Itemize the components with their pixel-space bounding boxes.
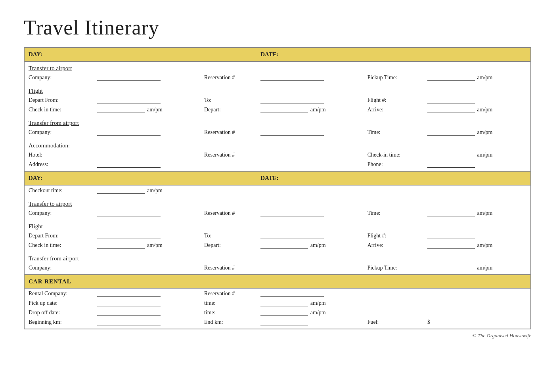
accommodation-row1: Hotel: Reservation # Check-in time: am/p…: [24, 150, 531, 159]
pickup-time-car-field[interactable]: [260, 299, 308, 306]
time-label-1: Time:: [364, 127, 423, 137]
checkout-field[interactable]: [97, 187, 145, 194]
checkin-ampm-1: am/pm: [147, 107, 163, 113]
pickup-time-ampm-2: am/pm: [477, 265, 493, 271]
arrive-field-2[interactable]: [427, 241, 475, 249]
flight-num-field-1[interactable]: [427, 96, 475, 103]
pickup-date-field[interactable]: [97, 299, 161, 306]
day2-header-row: DAY: DATE:: [24, 171, 531, 185]
rental-company-field[interactable]: [97, 290, 161, 297]
reservation-field-4[interactable]: [260, 209, 324, 216]
reservation-field-1-cell: [256, 73, 363, 82]
time-field-2[interactable]: [427, 209, 475, 216]
dropoff-time-car-field[interactable]: [260, 309, 308, 316]
address-field[interactable]: [97, 161, 161, 168]
day2-day-label: DAY:: [29, 175, 42, 181]
address-field-cell: [93, 159, 200, 169]
accommodation-title-row: Accommodation:: [24, 139, 531, 150]
depart-from-field-1-cell: [93, 95, 200, 105]
depart-field-2[interactable]: [260, 241, 308, 249]
time-field-1[interactable]: [427, 128, 475, 136]
checkin-time-field-1[interactable]: [97, 106, 145, 113]
hotel-label: Hotel:: [24, 150, 93, 159]
reservation-field-3-cell: [256, 150, 363, 159]
company-label-2: Company:: [24, 127, 93, 137]
reservation-field-5-cell: [256, 263, 363, 272]
day2-date-cell: DATE:: [256, 171, 531, 185]
company-field[interactable]: [97, 74, 161, 81]
day2-date-label: DATE:: [260, 175, 279, 181]
depart-from-field-1[interactable]: [97, 96, 161, 103]
reservation-label-4: Reservation #: [200, 208, 256, 218]
depart-from-label-1: Depart From:: [24, 95, 93, 105]
flight-row2-2: Check in time: am/pm Depart: am/pm Arriv…: [24, 240, 531, 250]
day1-date-label: DATE:: [260, 51, 279, 57]
dropoff-date-field[interactable]: [97, 309, 161, 316]
phone-field[interactable]: [427, 161, 475, 168]
reservation-field-5[interactable]: [260, 264, 324, 271]
depart-label-1: Depart:: [200, 105, 256, 114]
company-field-cell: [93, 73, 200, 82]
checkin-time-hotel[interactable]: [427, 151, 475, 158]
rental-company-field-cell: [93, 289, 200, 298]
car-rental-row1: Rental Company: Reservation #: [24, 289, 531, 298]
flight-num-label-1: Flight #:: [364, 95, 423, 105]
hotel-field[interactable]: [97, 151, 161, 158]
to-field-2[interactable]: [260, 232, 324, 239]
car-reservation-field-cell: [256, 289, 531, 298]
reservation-label-2: Reservation #: [200, 127, 256, 137]
reservation-field-3[interactable]: [260, 151, 324, 158]
car-reservation-label: Reservation #: [200, 289, 256, 298]
pickup-time-label: Pickup Time:: [364, 73, 423, 82]
depart-from-field-2[interactable]: [97, 232, 161, 239]
company-label: Company:: [24, 73, 93, 82]
transfer-from-airport-title-2: Transfer from airport: [24, 252, 531, 263]
arrive-ampm-2: am/pm: [477, 242, 493, 248]
fuel-value-cell: $: [423, 317, 531, 327]
end-km-field[interactable]: [260, 318, 308, 325]
pickup-time-field-2[interactable]: [427, 264, 475, 271]
company-field-4[interactable]: [97, 264, 161, 271]
flight-num-label-2: Flight #:: [364, 231, 423, 240]
pickup-time-field-2-cell: am/pm: [423, 263, 531, 272]
flight-num-field-1-cell: [423, 95, 531, 105]
car-rental-header-row: CAR RENTAL: [24, 275, 531, 289]
arrive-field-1-cell: am/pm: [423, 105, 531, 114]
arrive-label-2: Arrive:: [364, 240, 423, 250]
pickup-time-car-label: time:: [200, 298, 256, 308]
company-field-3[interactable]: [97, 209, 161, 216]
reservation-field-2[interactable]: [260, 128, 324, 136]
car-reservation-field[interactable]: [260, 290, 324, 297]
arrive-field-2-cell: am/pm: [423, 240, 531, 250]
checkout-row: Checkout time: am/pm: [24, 185, 531, 195]
depart-from-label-2: Depart From:: [24, 231, 93, 240]
transfer-to-airport-row-2: Company: Reservation # Time: am/pm: [24, 208, 531, 218]
checkin-time-hotel-cell: am/pm: [423, 150, 531, 159]
reservation-field-1[interactable]: [260, 74, 324, 81]
car-rental-row3: Drop off date: time: am/pm: [24, 308, 531, 317]
fuel-label: Fuel:: [364, 317, 423, 327]
time-ampm-2: am/pm: [477, 210, 493, 216]
car-rental-title: CAR RENTAL: [24, 275, 531, 289]
reservation-label-5: Reservation #: [200, 263, 256, 272]
checkin-time-label-2: Check in time:: [24, 240, 93, 250]
company-field-2-cell: [93, 127, 200, 137]
car-rental-row2: Pick up date: time: am/pm: [24, 298, 531, 308]
arrive-field-1[interactable]: [427, 106, 475, 113]
day1-header-row: DAY: DATE:: [24, 48, 531, 61]
beginning-km-label: Beginning km:: [24, 317, 93, 327]
pickup-time-field[interactable]: [427, 74, 475, 81]
dropoff-time-car-ampm: am/pm: [310, 310, 326, 316]
depart-field-1[interactable]: [260, 106, 308, 113]
dropoff-date-field-cell: [93, 308, 200, 317]
pickup-time-label-2: Pickup Time:: [364, 263, 423, 272]
checkin-time-field-2-cell: am/pm: [93, 240, 200, 250]
checkin-time-field-2[interactable]: [97, 241, 145, 249]
flight-title-1: Flight: [24, 84, 531, 95]
checkin-time-field-1-cell: am/pm: [93, 105, 200, 114]
to-field-1[interactable]: [260, 96, 324, 103]
beginning-km-field[interactable]: [97, 318, 161, 325]
company-field-2[interactable]: [97, 128, 161, 136]
flight-num-field-2[interactable]: [427, 232, 475, 239]
reservation-field-2-cell: [256, 127, 363, 137]
